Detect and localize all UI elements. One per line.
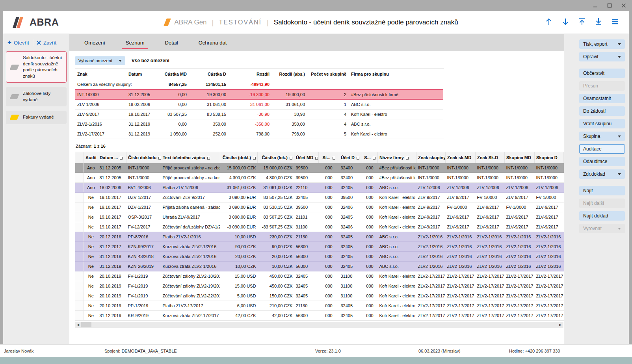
arrow-to-bottom-icon[interactable] xyxy=(594,17,603,28)
scroll-right-icon[interactable]: ▶ xyxy=(557,323,563,327)
journal-col-castka-lok[interactable]: Částka (lok.) xyxy=(258,152,294,163)
journal-col-skupina-d[interactable]: Skupina D xyxy=(535,152,564,163)
arrow-down-icon[interactable] xyxy=(561,17,570,28)
filter-checkbox[interactable] xyxy=(315,157,318,160)
filter-checkbox[interactable] xyxy=(373,157,375,160)
hamburger-menu-icon[interactable] xyxy=(611,17,619,28)
summary-row[interactable]: ZLV-1/200618.02.20060,0031 061,00-31 061… xyxy=(75,99,443,109)
filter-checkbox[interactable] xyxy=(120,157,123,160)
filter-checkbox[interactable] xyxy=(290,157,292,160)
button-auditace[interactable]: Auditace xyxy=(579,144,625,154)
journal-row[interactable]: Ne19.10.2017FV-12/2017Zúčtování daň.zálo… xyxy=(75,222,564,232)
arrow-to-top-icon[interactable] xyxy=(578,17,586,28)
button-osamostatnit[interactable]: Osamostatnit xyxy=(579,94,625,103)
header-title-group: ABRA Gen | TESTOVÁNÍ | Saldokonto - účet… xyxy=(86,18,537,27)
journal-body: Ano31.12.2005INT-1/0000Přijté provozní z… xyxy=(75,163,564,321)
cell: ZLV2-17/2017 xyxy=(505,291,535,301)
filter-checkbox[interactable] xyxy=(158,157,161,160)
journal-col-znak-skupiny[interactable]: Znak skupiny xyxy=(416,152,446,163)
environment-label: TESTOVÁNÍ xyxy=(219,19,262,26)
summary-row[interactable]: ZLV2-17/201731.12.20191 050,00252,00798,… xyxy=(75,129,443,139)
button-obcerstvit[interactable]: Občerstvit xyxy=(579,69,625,78)
close-icon[interactable] xyxy=(621,3,626,8)
cell: FV-1/0000 xyxy=(535,193,564,202)
journal-col-datum[interactable]: Datum ... xyxy=(98,152,126,163)
journal-col-nazev-firmy[interactable]: Název firmy xyxy=(378,152,416,163)
summary-row[interactable]: INT-1/000031.12.20050,0019 300,00-19 300… xyxy=(75,89,443,99)
summary-col-znak[interactable]: Znak xyxy=(75,69,126,79)
summary-col-rozdil-abs[interactable]: Rozdíl (abs.) xyxy=(272,69,307,79)
journal-row[interactable]: Ne19.10.2017DZV-1/2017Přijatá záloha dan… xyxy=(75,202,564,212)
button-najit-doklad[interactable]: Najít doklad xyxy=(579,211,625,221)
summary-col-datum[interactable]: Datum xyxy=(126,69,158,79)
button-skupina[interactable]: Skupina xyxy=(579,132,625,141)
filter-checkbox[interactable] xyxy=(253,157,256,160)
journal-row[interactable]: Ne19.10.2017DZV-1/2017Zúčtování ZLV-9/20… xyxy=(75,193,564,202)
cell: ZLV2-17/2017 xyxy=(75,129,126,139)
button-do-zadosti[interactable]: Do žádostí xyxy=(579,106,625,116)
open-button[interactable]: + Otevřít xyxy=(7,40,29,46)
summary-row[interactable]: ZLV2-1/201631.12.20190,00350,00-350,0035… xyxy=(75,119,443,129)
journal-col-s[interactable]: S... xyxy=(362,152,378,163)
journal-row[interactable]: Ano18.02.2006BV1-4/2006Platba ZLV-1/2006… xyxy=(75,183,564,193)
summary-col-rozdil[interactable]: Rozdíl xyxy=(229,69,272,79)
summary-col-pocet-ve-skupine[interactable]: Počet ve skupině xyxy=(307,69,349,79)
tab-detail[interactable]: Detail xyxy=(154,34,188,51)
tab-omezeni[interactable]: Omezení xyxy=(74,34,115,51)
journal-row[interactable]: Ano31.12.2005INT-1/0000Přijté provozní z… xyxy=(75,163,564,173)
horizontal-scrollbar[interactable]: ◀ ▶ xyxy=(75,322,563,328)
journal-col-text-ucetniho-zapisu[interactable]: Text účetního zápisu xyxy=(161,152,220,163)
filter-checkbox[interactable] xyxy=(357,157,359,160)
minimize-icon[interactable] xyxy=(593,3,598,8)
button-zdr-doklad[interactable]: Zdr.doklad xyxy=(579,169,625,179)
button-tisk-export[interactable]: Tisk, export xyxy=(579,39,625,49)
arrow-up-icon[interactable] xyxy=(545,17,553,28)
journal-col-st[interactable]: St... xyxy=(319,152,339,163)
button-opravit[interactable]: Opravit xyxy=(579,52,625,61)
journal-row[interactable]: Ne31.12.2019KR-9/2019Kurzová ztráta ZLV2… xyxy=(75,311,564,321)
journal-row[interactable]: Ne31.12.2017KZN-99/2017Kurzová ztráta ZL… xyxy=(75,242,564,252)
journal-row[interactable]: Ne20.10.2019FV-1/2019Zúčtování zálohy ZL… xyxy=(75,281,564,291)
filter-checkbox[interactable] xyxy=(406,157,409,160)
scroll-left-icon[interactable]: ◀ xyxy=(75,323,81,327)
filter-checkbox[interactable] xyxy=(207,157,210,160)
agenda-zalohove-listy-vydane[interactable]: Zálohové listy vydané xyxy=(6,87,67,106)
journal-col-znak-sk-d[interactable]: Znak Sk.D xyxy=(476,152,505,163)
button-vratit-skupinu[interactable]: Vrátit skupinu xyxy=(579,119,625,128)
journal-row[interactable]: Ne20.10.2019FV-1/2019Zúčtování zálohy ZL… xyxy=(75,271,564,281)
maximize-icon[interactable] xyxy=(607,3,612,8)
cell: 31.12.2019 xyxy=(98,262,126,271)
summary-col-firma-pro-skupinu[interactable]: Firma pro skupinu xyxy=(349,69,443,79)
filter-checkbox[interactable] xyxy=(333,157,335,160)
journal-col-znak-sk-md[interactable]: Znak sk.MD xyxy=(446,152,476,163)
cell: 31.12.2018 xyxy=(98,252,126,262)
journal-row[interactable]: Ne20.10.2019FV-1/2019Zúčtování zálohy ZL… xyxy=(75,291,564,301)
journal-row[interactable]: Ne31.12.2018KZN-43/2018Kurzová ztráta ZL… xyxy=(75,252,564,262)
journal-col-audit[interactable]: Audit xyxy=(84,152,98,163)
tab-seznam[interactable]: Seznam xyxy=(115,34,155,51)
summary-col-castka-md[interactable]: Částka MD xyxy=(158,69,189,79)
agenda-faktury-vydane[interactable]: Faktury vydané xyxy=(6,111,67,124)
button-najit[interactable]: Najít xyxy=(579,186,625,195)
cell: -3 090,00 EUR xyxy=(220,222,258,232)
journal-row[interactable]: Ne31.12.2019KZN-26/2019Kurzová ztráta ZL… xyxy=(75,262,564,271)
summary-row[interactable]: ZLV-9/201719.10.201783 507,2583 538,15-3… xyxy=(75,109,443,119)
journal-row[interactable]: Ne20.10.2019PP-1/2019Platba ZLV2-17/2017… xyxy=(75,301,564,311)
button-odauditace[interactable]: Odauditace xyxy=(579,157,625,166)
journal-col-ucet-d[interactable]: Účet D xyxy=(339,152,362,163)
journal-row[interactable]: Ne20.12.2016PP-8/2016Platba ZLV2-1/20161… xyxy=(75,232,564,242)
journal-row[interactable]: Ne19.10.2017OSP-3/2017Úhrada ZLV-9/20173… xyxy=(75,212,564,222)
summary-col-castka-d[interactable]: Částka D xyxy=(189,69,229,79)
agenda-saldokonto-ucetni-denik-souvztazne-podle-parovacich-znaku[interactable]: Saldokonto - účetní deník souvztažně pod… xyxy=(6,51,67,83)
journal-col-ucet-md[interactable]: Účet MD xyxy=(294,152,319,163)
cell: INT-1/0000 xyxy=(476,163,505,173)
scrollbar-thumb[interactable] xyxy=(81,322,91,327)
journal-col-castka-dokl[interactable]: Částka (dokl.) xyxy=(220,152,258,163)
journal-col-cislo-dokladu[interactable]: Číslo dokladu xyxy=(126,152,161,163)
cell: 000 xyxy=(319,252,339,262)
journal-row[interactable]: Ano31.12.2005INT-1/0000Přijté provozní z… xyxy=(75,173,564,183)
close-button[interactable]: Zavřít xyxy=(37,40,56,46)
selected-restriction-dropdown[interactable]: Vybrané omezení xyxy=(75,56,125,65)
journal-col-skupina-md[interactable]: Skupina MD xyxy=(505,152,535,163)
tab-ochrana-dat[interactable]: Ochrana dat xyxy=(188,34,237,51)
